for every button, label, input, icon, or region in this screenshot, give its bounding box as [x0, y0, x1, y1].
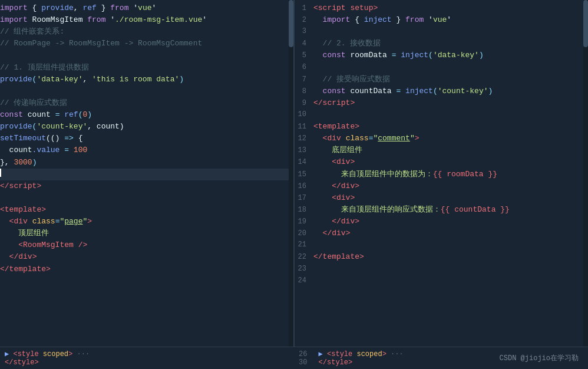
left-line-13: count.value = 100	[0, 144, 293, 156]
line-content: <script setup>	[313, 2, 583, 14]
line-content: // 接受响应式数据	[313, 74, 583, 85]
line-number: 15	[295, 169, 313, 180]
left-code-area: import { provide, ref } from 'vue'import…	[0, 0, 293, 278]
right-line-24: 24	[295, 275, 588, 287]
right-line-16: 16 </div>	[295, 180, 588, 192]
right-line-17: 17 <div>	[295, 192, 588, 204]
editor-container: import { provide, ref } from 'vue'import…	[0, 0, 588, 347]
line-content: const roomData = inject('data-key')	[313, 50, 583, 61]
left-line-22: </div>	[0, 251, 293, 263]
left-style-text: <	[13, 350, 17, 358]
left-line-15	[0, 169, 293, 180]
left-line-10: const count = ref(0)	[0, 109, 293, 121]
right-line-4: 4 // 2. 接收数据	[295, 38, 588, 50]
line-number: 8	[295, 86, 313, 97]
line-content: </template>	[313, 251, 583, 263]
line-number: 7	[295, 74, 313, 85]
right-line-18: 18 来自顶层组件的响应式数据：{{ countData }}	[295, 204, 588, 216]
line-number: 1	[295, 3, 313, 14]
line-number: 20	[295, 228, 313, 239]
left-style-closing: </style>	[5, 358, 39, 367]
right-code-area: 1<script setup>2 import { inject } from …	[295, 0, 588, 289]
line-number: 23	[295, 263, 313, 275]
line-number: 14	[295, 157, 313, 168]
left-line-3: // 组件嵌套关系:	[0, 26, 293, 38]
right-line-7: 7 // 接受响应式数据	[295, 74, 588, 85]
line-number: 24	[295, 275, 313, 286]
right-line-1: 1<script setup>	[295, 2, 588, 14]
left-line-21: <RoomMsgItem />	[0, 239, 293, 251]
line-content: <div>	[313, 192, 583, 204]
left-line-5	[0, 50, 293, 62]
line-number: 22	[295, 252, 313, 263]
line-number: 6	[295, 62, 313, 73]
line-number: 5	[295, 50, 313, 61]
right-line-9: 9</script>	[295, 97, 588, 109]
left-line-2: import RoomMsgItem from './room-msg-item…	[0, 14, 293, 26]
line-content: </div>	[313, 228, 583, 239]
line-number: 16	[295, 181, 313, 192]
line-content: <template>	[313, 121, 583, 133]
line-number: 11	[295, 121, 313, 133]
left-line-16: </script>	[0, 180, 293, 192]
right-line-22: 22</template>	[295, 251, 588, 263]
left-line-23: </template>	[0, 263, 293, 275]
left-line-20: 顶层组件	[0, 228, 293, 239]
bottom-right: 26 ▶ <style scoped> ··· 30 </style> CSDN…	[294, 348, 588, 368]
bottom-left: ▶ <style scoped> ··· </style>	[0, 348, 294, 368]
left-line-6: // 1. 顶层组件提供数据	[0, 62, 293, 74]
left-pane: import { provide, ref } from 'vue'import…	[0, 0, 295, 347]
right-line-15: 15 来自顶层组件中的数据为：{{ roomData }}	[295, 169, 588, 180]
right-line-13: 13 底层组件	[295, 144, 588, 156]
left-line-9: // 传递响应式数据	[0, 97, 293, 109]
line-number: 18	[295, 205, 313, 216]
line-content: 来自顶层组件的响应式数据：{{ countData }}	[313, 204, 583, 216]
right-line-14: 14 <div>	[295, 156, 588, 168]
right-line-20: 20 </div>	[295, 228, 588, 239]
right-line-10: 10	[295, 109, 588, 121]
line-number: 17	[295, 193, 313, 204]
right-line-2: 2 import { inject } from 'vue'	[295, 14, 588, 26]
line-number: 21	[295, 239, 313, 251]
line-number: 12	[295, 133, 313, 144]
line-content: </script>	[313, 97, 583, 109]
line-content: 来自顶层组件中的数据为：{{ roomData }}	[313, 169, 583, 180]
left-line-12: setTimeout(() => {	[0, 133, 293, 144]
right-line-23: 23	[295, 263, 588, 275]
bottom-bar: ▶ <style scoped> ··· </style> 26 ▶ <styl…	[0, 347, 588, 369]
line-content: <div>	[313, 156, 583, 168]
left-line-8	[0, 85, 293, 97]
right-line-8: 8 const countData = inject('count-key')	[295, 85, 588, 97]
left-line-19: <div class="page">	[0, 216, 293, 228]
line-content: const countData = inject('count-key')	[313, 85, 583, 97]
right-line-19: 19 </div>	[295, 216, 588, 228]
right-pane: 1<script setup>2 import { inject } from …	[295, 0, 588, 347]
left-line-18: <template>	[0, 204, 293, 216]
left-line-11: provide('count-key', count)	[0, 121, 293, 133]
left-line-14: }, 3000)	[0, 157, 293, 169]
line-content: </div>	[313, 180, 583, 192]
right-style-line: 26 ▶ <style scoped> ··· 30 </style>	[299, 350, 404, 367]
line-content: // 2. 接收数据	[313, 38, 583, 50]
right-line-12: 12 <div class="comment">	[295, 133, 588, 144]
left-style-collapsed: ▶	[5, 350, 9, 358]
right-line-11: 11<template>	[295, 121, 588, 133]
left-scrollbar-thumb[interactable]	[289, 0, 293, 47]
left-line-17	[0, 192, 293, 204]
line-number: 2	[295, 15, 313, 26]
right-scrollbar-thumb[interactable]	[583, 0, 588, 47]
right-line-3: 3	[295, 26, 588, 38]
line-content: 底层组件	[313, 144, 583, 156]
line-content: import { inject } from 'vue'	[313, 14, 583, 26]
right-scrollbar[interactable]	[583, 0, 588, 347]
left-scrollbar[interactable]	[289, 0, 293, 347]
line-number: 10	[295, 109, 313, 120]
line-number: 4	[295, 38, 313, 50]
right-line-6: 6	[295, 62, 588, 74]
left-line-1: import { provide, ref } from 'vue'	[0, 2, 293, 14]
line-number: 9	[295, 98, 313, 109]
line-number: 3	[295, 26, 313, 37]
line-content: </div>	[313, 216, 583, 228]
left-line-4: // RoomPage -> RoomMsgItem -> RoomMsgCom…	[0, 38, 293, 50]
line-number: 19	[295, 216, 313, 228]
